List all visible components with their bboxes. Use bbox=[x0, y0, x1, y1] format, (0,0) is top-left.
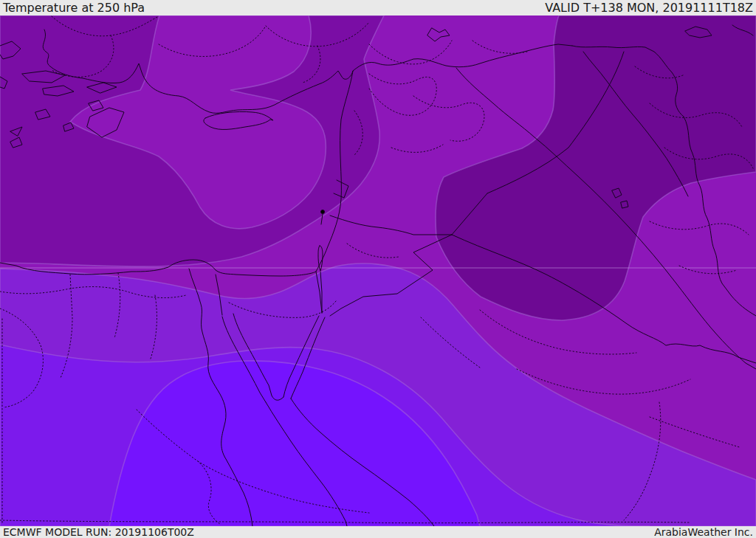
model-run-label: ECMWF MODEL RUN: 20191106T00Z bbox=[3, 526, 194, 538]
footer-bar: ECMWF MODEL RUN: 20191106T00Z ArabiaWeat… bbox=[0, 526, 756, 538]
map-title: Temperature at 250 hPa bbox=[3, 0, 145, 15]
sea-of-galilee bbox=[321, 210, 325, 214]
credit-label: ArabiaWeather Inc. bbox=[654, 526, 753, 538]
temperature-map-svg bbox=[0, 15, 756, 526]
valid-time-label: VALID T+138 MON, 20191111T18Z bbox=[545, 0, 753, 15]
weather-map bbox=[0, 15, 756, 526]
header-bar: Temperature at 250 hPa VALID T+138 MON, … bbox=[0, 0, 756, 15]
